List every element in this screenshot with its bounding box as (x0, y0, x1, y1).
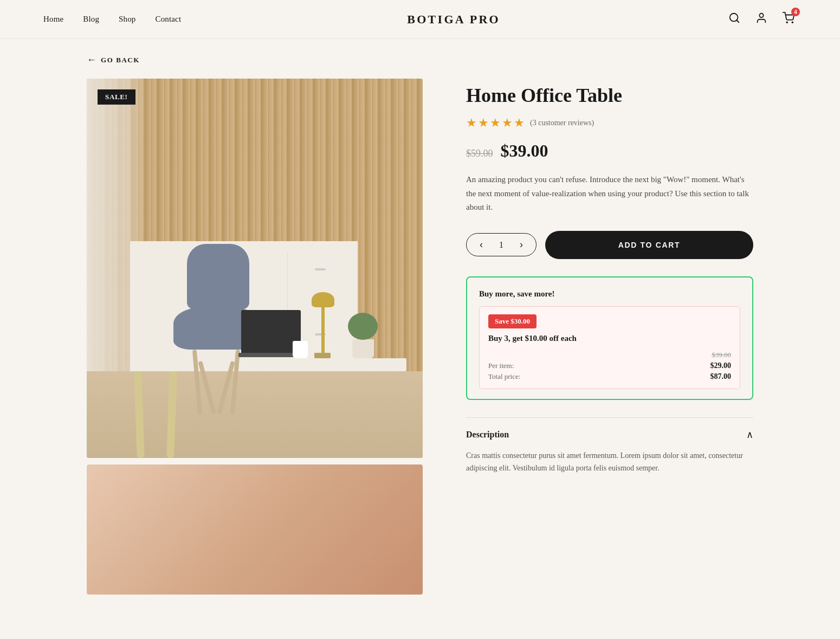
discount-offer: Save $30.00 Buy 3, get $10.00 off each $… (479, 306, 740, 389)
go-back-link[interactable]: ← GO BACK (87, 39, 753, 79)
per-item-line: Per item: $29.00 (488, 362, 731, 370)
total-value: $87.00 (710, 372, 732, 381)
thumbnail-product-image (87, 464, 423, 595)
svg-point-3 (786, 22, 787, 23)
svg-point-2 (759, 14, 763, 17)
original-offer-price: $39.00 (712, 351, 731, 359)
original-offer-price-line: $39.00 (488, 351, 731, 359)
offer-prices: $39.00 Per item: $29.00 Total price: $87… (488, 351, 731, 381)
go-back-label: GO BACK (101, 56, 140, 64)
desk-illustration (87, 79, 423, 458)
nav-shop[interactable]: Shop (119, 15, 135, 24)
per-item-value: $29.00 (710, 362, 732, 370)
nav-blog[interactable]: Blog (83, 15, 99, 24)
site-title: BOTIGA PRO (407, 12, 500, 27)
reviews-count: (3 customer reviews) (530, 119, 594, 127)
search-button[interactable] (726, 10, 742, 29)
cart-count: 4 (791, 8, 800, 16)
star-5: ★ (514, 116, 525, 130)
header-icons: 4 (726, 10, 797, 29)
star-3: ★ (490, 116, 501, 130)
svg-point-4 (792, 22, 793, 23)
cart-button[interactable]: 4 (780, 10, 797, 29)
star-2: ★ (478, 116, 489, 130)
sale-badge: SALE! (98, 89, 135, 105)
account-button[interactable] (753, 10, 770, 29)
product-images: SALE! (87, 79, 423, 595)
price-row: $59.00 $39.00 (466, 141, 753, 161)
star-1: ★ (466, 116, 477, 130)
add-to-cart-row: ‹ 1 › ADD TO CART (466, 231, 753, 259)
add-to-cart-button[interactable]: ADD TO CART (545, 231, 753, 259)
star-4: ★ (502, 116, 513, 130)
reviews-row: ★ ★ ★ ★ ★ (3 customer reviews) (466, 116, 753, 130)
description-section: Description ∧ Cras mattis consectetur pu… (466, 417, 753, 475)
offer-description: Buy 3, get $10.00 off each (488, 334, 731, 343)
site-header: Home Blog Shop Contact BOTIGA PRO 4 (0, 0, 840, 39)
buy-more-box: Buy more, save more! Save $30.00 Buy 3, … (466, 276, 753, 400)
product-description: An amazing product you can't refuse. Int… (466, 173, 753, 215)
main-product-image: SALE! (87, 79, 423, 458)
save-badge: Save $30.00 (488, 314, 537, 328)
quantity-decrease-button[interactable]: ‹ (477, 239, 485, 250)
product-info: Home Office Table ★ ★ ★ ★ ★ (3 customer … (466, 79, 753, 475)
nav-contact[interactable]: Contact (156, 15, 182, 24)
search-icon (728, 12, 740, 24)
total-price-line: Total price: $87.00 (488, 372, 731, 381)
description-accordion-header[interactable]: Description ∧ (466, 429, 753, 441)
quantity-increase-button[interactable]: › (518, 239, 525, 250)
svg-line-1 (736, 20, 739, 22)
original-price: $59.00 (466, 148, 493, 159)
back-arrow-icon: ← (87, 54, 96, 66)
description-text: Cras mattis consectetur purus sit amet f… (466, 449, 753, 475)
quantity-value: 1 (496, 240, 507, 250)
star-rating: ★ ★ ★ ★ ★ (466, 116, 525, 130)
main-nav: Home Blog Shop Contact (43, 15, 181, 24)
user-icon (755, 12, 767, 24)
nav-home[interactable]: Home (43, 15, 63, 24)
main-content: ← GO BACK SALE! (43, 39, 797, 595)
total-label: Total price: (488, 372, 520, 381)
buy-more-title: Buy more, save more! (479, 289, 740, 299)
description-label: Description (466, 430, 509, 440)
chevron-up-icon: ∧ (746, 429, 753, 441)
per-item-label: Per item: (488, 362, 514, 370)
product-layout: SALE! (87, 79, 753, 595)
product-title: Home Office Table (466, 84, 753, 107)
quantity-control: ‹ 1 › (466, 233, 537, 256)
sale-price: $39.00 (501, 141, 548, 161)
